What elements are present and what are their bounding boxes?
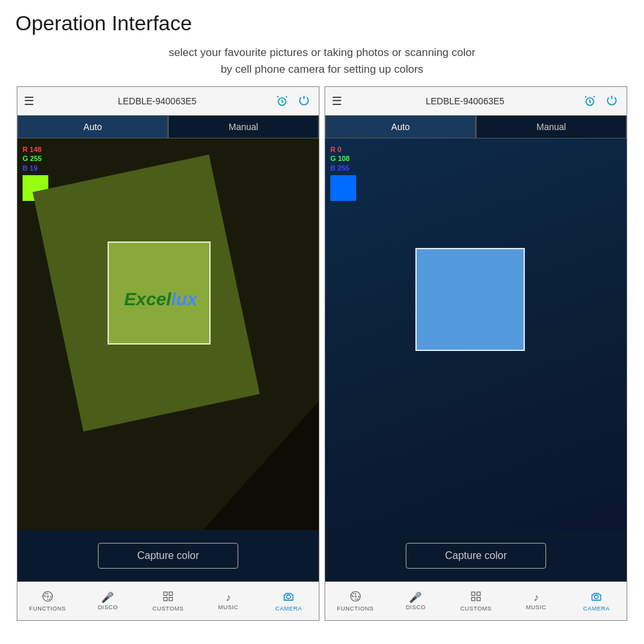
right-camera-area: R 0 G 108 B 255 — [325, 138, 627, 530]
right-rgb-overlay: R 0 G 108 B 255 — [330, 145, 356, 201]
left-capture-area: Capture color — [17, 530, 319, 582]
camera-icon — [283, 591, 294, 604]
left-camera-bg: R 148 G 255 B 19 Excellux — [17, 138, 319, 530]
music-icon: ♪ — [226, 592, 231, 603]
right-alarm-icon[interactable] — [582, 93, 598, 109]
left-nav-functions-label: FUNCTIONS — [29, 605, 66, 612]
right-customs-icon — [470, 591, 482, 604]
right-bottom-nav: FUNCTIONS 🎤 DISCO CUSTOMS ♪ MUSIC — [325, 582, 627, 620]
right-nav-disco-label: DISCO — [406, 604, 426, 611]
left-power-icon[interactable] — [296, 93, 312, 109]
right-color-preview — [330, 175, 356, 201]
subtitle-line1: select your favourite pictures or taking… — [169, 46, 475, 59]
excellux-lux-part: lux — [171, 289, 197, 310]
left-nav-camera-label: CAMERA — [275, 605, 302, 612]
svg-rect-2 — [164, 592, 167, 595]
svg-rect-12 — [477, 598, 480, 601]
right-top-bar: ☰ LEDBLE-940063E5 — [325, 87, 627, 115]
disco-icon: 🎤 — [101, 592, 114, 603]
left-nav-customs-label: CUSTOMS — [153, 605, 184, 612]
left-camera-area: R 148 G 255 B 19 Excellux — [17, 138, 319, 530]
left-b-label: B 19 — [23, 164, 48, 173]
left-nav-music[interactable]: ♪ MUSIC — [198, 582, 259, 620]
screens-container: ☰ LEDBLE-940063E5 Auto Manual — [0, 86, 644, 621]
left-nav-disco-label: DISCO — [98, 604, 118, 611]
right-capture-area: Capture color — [325, 530, 627, 582]
left-nav-music-label: MUSIC — [218, 604, 239, 611]
left-nav-functions[interactable]: FUNCTIONS — [17, 582, 78, 620]
left-excellux-text: Excellux — [111, 251, 211, 348]
svg-point-13 — [594, 595, 598, 599]
right-device-name: LEDBLE-940063E5 — [348, 96, 582, 106]
right-hamburger-icon[interactable]: ☰ — [332, 94, 342, 108]
right-tab-manual[interactable]: Manual — [476, 115, 627, 138]
svg-rect-5 — [169, 598, 172, 601]
left-tabs-bar: Auto Manual — [17, 115, 319, 138]
left-device-name: LEDBLE-940063E5 — [41, 96, 274, 106]
left-nav-disco[interactable]: 🎤 DISCO — [78, 582, 138, 620]
right-nav-disco[interactable]: 🎤 DISCO — [386, 582, 446, 620]
left-bottom-nav: FUNCTIONS 🎤 DISCO CUSTOMS ♪ MUSIC — [17, 582, 319, 620]
svg-rect-10 — [477, 592, 480, 595]
right-tabs-bar: Auto Manual — [325, 115, 627, 138]
page-title: Operation Interface — [0, 0, 644, 39]
svg-rect-11 — [471, 598, 475, 601]
left-tab-manual[interactable]: Manual — [168, 115, 319, 138]
right-nav-customs[interactable]: CUSTOMS — [446, 582, 506, 620]
right-r-label: R 0 — [330, 145, 356, 154]
right-g-label: G 108 — [330, 154, 356, 163]
right-nav-music[interactable]: ♪ MUSIC — [506, 582, 567, 620]
right-nav-camera[interactable]: CAMERA — [566, 582, 627, 620]
right-nav-functions[interactable]: FUNCTIONS — [325, 582, 386, 620]
right-tab-auto[interactable]: Auto — [325, 115, 476, 138]
right-power-icon[interactable] — [603, 93, 620, 109]
svg-rect-3 — [169, 592, 172, 595]
left-top-bar: ☰ LEDBLE-940063E5 — [17, 87, 319, 115]
right-nav-music-label: MUSIC — [526, 604, 547, 611]
right-functions-icon — [350, 591, 361, 604]
left-nav-camera[interactable]: CAMERA — [258, 582, 319, 620]
left-hamburger-icon[interactable]: ☰ — [24, 94, 34, 108]
left-tab-auto[interactable]: Auto — [17, 115, 168, 138]
right-capture-btn[interactable]: Capture color — [406, 543, 546, 569]
right-nav-functions-label: FUNCTIONS — [337, 605, 374, 612]
svg-rect-9 — [471, 592, 475, 595]
svg-point-6 — [287, 595, 290, 599]
left-r-label: R 148 — [23, 145, 48, 154]
right-scan-box — [415, 248, 525, 351]
left-phone-screen: ☰ LEDBLE-940063E5 Auto Manual — [17, 86, 319, 621]
right-nav-customs-label: CUSTOMS — [460, 605, 491, 612]
right-disco-icon: 🎤 — [409, 592, 422, 603]
right-b-label: B 255 — [330, 164, 356, 173]
svg-rect-4 — [164, 598, 167, 601]
right-camera-bg: R 0 G 108 B 255 — [325, 138, 627, 530]
right-nav-camera-label: CAMERA — [583, 605, 610, 612]
left-capture-btn[interactable]: Capture color — [98, 543, 238, 569]
subtitle-line2: by cell phone camera for setting up colo… — [221, 63, 424, 75]
subtitle: select your favourite pictures or taking… — [0, 39, 644, 86]
left-g-label: G 255 — [23, 154, 48, 163]
customs-icon — [162, 591, 174, 604]
left-nav-customs[interactable]: CUSTOMS — [138, 582, 198, 620]
left-alarm-icon[interactable] — [274, 93, 290, 109]
excellux-excel-part: Excel — [124, 289, 171, 310]
right-music-icon: ♪ — [534, 592, 539, 603]
right-phone-screen: ☰ LEDBLE-940063E5 Auto Manual — [325, 86, 627, 621]
functions-icon — [42, 591, 53, 604]
right-camera-icon — [591, 591, 602, 604]
left-shadow-triangle — [203, 401, 319, 530]
